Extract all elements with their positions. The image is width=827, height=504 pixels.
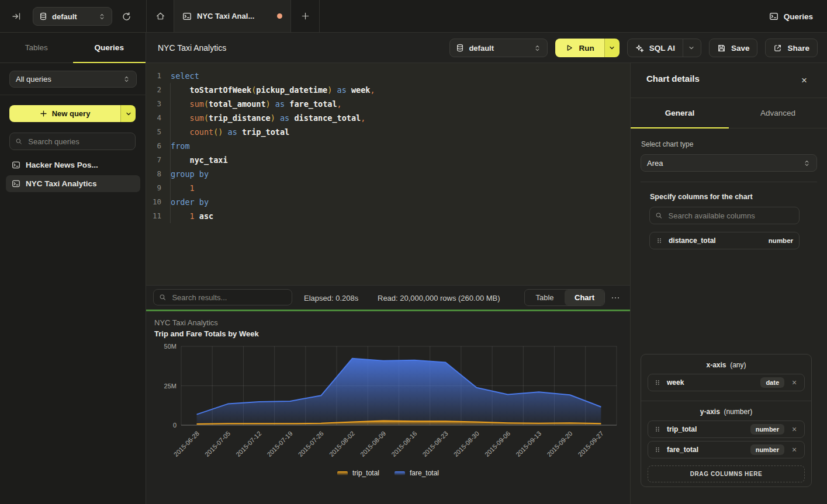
x-axis-hint: (any) [730, 361, 746, 369]
run-button-group: Run [555, 39, 619, 57]
tab-strip: NYC Taxi Anal... [146, 0, 320, 32]
tab-queries[interactable]: Queries [73, 33, 146, 62]
refresh-button[interactable] [119, 9, 133, 23]
sql-ai-button[interactable]: SQL AI [627, 39, 701, 57]
select-updown-icon [803, 159, 811, 167]
new-query-dropdown[interactable] [120, 105, 136, 122]
tab-tables[interactable]: Tables [0, 33, 73, 62]
database-selector[interactable]: default [33, 7, 112, 26]
search-columns-input[interactable] [667, 211, 794, 221]
code-line[interactable]: 8group by [146, 167, 630, 181]
chart-type-select[interactable]: Area [641, 154, 817, 172]
queries-nav-button[interactable]: Queries [769, 8, 813, 25]
legend-item[interactable]: trip_total [337, 469, 379, 477]
code-line[interactable]: 9 1 [146, 181, 630, 195]
sql-editor[interactable]: 1select2 toStartOfWeek(pickup_datetime) … [146, 63, 630, 285]
code-line[interactable]: 11 1 asc [146, 209, 630, 223]
new-query-button[interactable]: New query [9, 105, 136, 122]
toolbar-database-name: default [469, 44, 494, 53]
code-line[interactable]: 2 toStartOfWeek(pickup_datetime) as week… [146, 83, 630, 97]
x-axis-label: x-axis [706, 361, 726, 369]
column-name: week [667, 378, 755, 387]
view-toggle-table[interactable]: Table [525, 290, 565, 305]
run-dropdown[interactable] [604, 39, 620, 57]
column-chip[interactable]: distance_totalnumber [649, 232, 800, 249]
queries-nav-label: Queries [784, 12, 813, 21]
toolbar-database-selector[interactable]: default [449, 39, 548, 57]
query-terminal-icon [12, 179, 20, 188]
svg-text:50M: 50M [164, 343, 177, 350]
collapse-sidebar-button[interactable] [8, 8, 25, 25]
svg-text:2015-08-02: 2015-08-02 [328, 430, 356, 458]
code-line[interactable]: 10order by [146, 195, 630, 209]
line-number: 10 [146, 195, 161, 209]
query-list-item-label: NYC Taxi Analytics [26, 179, 97, 188]
x-axis-section: weekdate× [641, 369, 811, 391]
run-button[interactable]: Run [555, 39, 604, 57]
read-stats-text: Read: 20,000,000 rows (260.00 MB) [378, 286, 500, 310]
close-panel-button[interactable]: × [798, 74, 811, 87]
column-chip[interactable]: trip_totalnumber× [648, 420, 805, 438]
plus-icon [40, 110, 47, 117]
code-line[interactable]: 3 sum(total_amount) as fare_total, [146, 97, 630, 111]
svg-text:2015-08-16: 2015-08-16 [390, 430, 418, 458]
new-tab-button[interactable] [291, 0, 320, 32]
query-list-item[interactable]: NYC Taxi Analytics [6, 175, 140, 192]
query-list: Hacker News Pos...NYC Taxi Analytics [6, 157, 140, 194]
legend-label: trip_total [352, 469, 379, 477]
remove-column-icon[interactable]: × [790, 378, 798, 387]
svg-text:2015-07-05: 2015-07-05 [203, 430, 231, 458]
new-query-main[interactable]: New query [9, 105, 120, 122]
legend-item[interactable]: fare_total [395, 469, 439, 477]
query-list-item[interactable]: Hacker News Pos... [6, 157, 140, 173]
view-toggle-chart[interactable]: Chart [565, 290, 604, 305]
code-text: select [161, 69, 199, 83]
query-terminal-icon [12, 161, 20, 169]
y-axis-hint: (number) [724, 408, 753, 416]
ellipsis-icon [611, 293, 620, 303]
code-line[interactable]: 1select [146, 69, 630, 83]
code-line[interactable]: 7 nyc_taxi [146, 153, 630, 167]
tab-advanced[interactable]: Advanced [729, 98, 827, 128]
available-columns-list: distance_totalnumber [649, 232, 800, 252]
search-results-input[interactable] [171, 293, 286, 303]
svg-text:2015-06-28: 2015-06-28 [172, 430, 200, 458]
remove-column-icon[interactable]: × [790, 445, 798, 454]
remove-column-icon[interactable]: × [790, 425, 798, 434]
y-axis-section: trip_totalnumber×fare_totalnumber× [641, 416, 811, 458]
database-icon [456, 44, 464, 52]
save-icon [717, 44, 726, 53]
home-icon [155, 11, 165, 21]
axis-config-box: x-axis (any) weekdate× y-axis (number) t… [641, 354, 812, 487]
sql-ai-dropdown[interactable] [683, 39, 697, 57]
code-line[interactable]: 4 sum(trip_distance) as distance_total, [146, 111, 630, 125]
new-query-label: New query [52, 109, 91, 118]
code-text: from [161, 139, 190, 153]
line-number: 4 [146, 111, 161, 125]
query-tab[interactable]: NYC Taxi Anal... [174, 0, 291, 32]
search-icon [655, 211, 663, 220]
column-chip[interactable]: fare_totalnumber× [648, 441, 805, 458]
home-tab-button[interactable] [147, 0, 174, 32]
share-label: Share [787, 44, 809, 53]
column-name: fare_total [667, 446, 745, 454]
code-line[interactable]: 6from [146, 139, 630, 153]
save-button[interactable]: Save [709, 39, 758, 57]
refresh-icon [122, 12, 132, 22]
search-columns-box [649, 207, 800, 224]
search-results-box [153, 289, 292, 305]
queries-filter-select[interactable]: All queries [9, 71, 137, 88]
plus-icon [301, 12, 310, 20]
code-line[interactable]: 5 count() as trip_total [146, 125, 630, 139]
search-queries-input[interactable] [27, 137, 130, 147]
select-updown-icon [98, 13, 106, 20]
panel-title: Chart details [646, 74, 700, 84]
tab-general[interactable]: General [631, 98, 729, 128]
column-chip[interactable]: weekdate× [648, 374, 805, 391]
drop-zone[interactable]: DRAG COLUMNS HERE [648, 465, 805, 482]
line-number: 3 [146, 97, 161, 111]
share-button[interactable]: Share [765, 39, 818, 57]
more-options-button[interactable] [609, 292, 622, 304]
sidebar: Tables Queries All queries New query Hac… [0, 33, 146, 504]
select-updown-icon [123, 75, 130, 83]
